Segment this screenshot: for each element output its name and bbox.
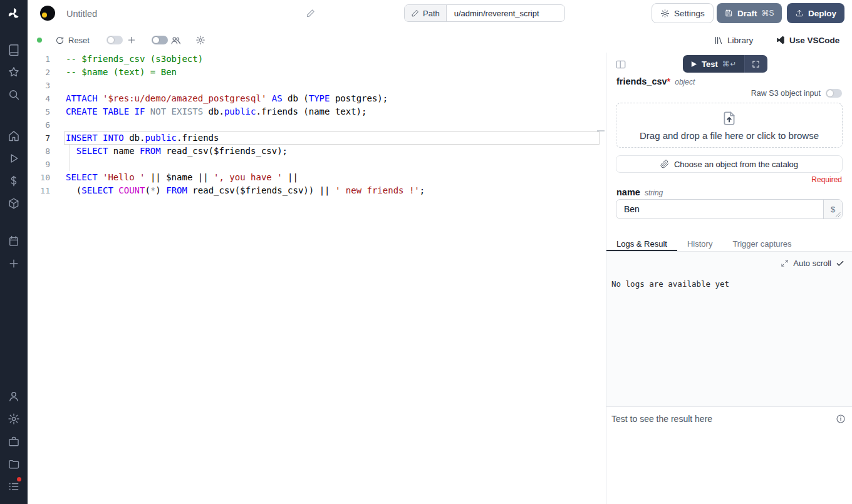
field-type: object (675, 78, 695, 86)
use-vscode-button[interactable]: Use VSCode (776, 28, 839, 53)
workspace-logo-icon[interactable] (40, 6, 55, 21)
test-shortcut: ⌘↵ (722, 59, 737, 68)
test-button[interactable]: Test ⌘↵ (683, 55, 744, 73)
field-name: friends_csv* (616, 76, 670, 86)
sidebar (0, 0, 28, 504)
logs-list-icon[interactable] (8, 480, 20, 493)
toggle-assistant[interactable] (152, 28, 168, 53)
folders-icon[interactable] (8, 458, 20, 470)
play-icon (690, 61, 697, 68)
code-line: ATTACH '$res:u/demo/amazed_postgresql' A… (56, 92, 388, 105)
file-dropzone[interactable]: Drag and drop a file here or click to br… (616, 103, 843, 148)
editor-line[interactable]: 6 (28, 118, 606, 131)
favorites-star-icon[interactable] (8, 66, 20, 78)
editor-line[interactable]: 4ATTACH '$res:u/demo/amazed_postgresql' … (28, 92, 606, 105)
workers-briefcase-icon[interactable] (8, 435, 20, 448)
fullscreen-test-button[interactable] (744, 55, 767, 73)
line-number: 1 (28, 53, 56, 66)
windmill-logo-icon[interactable] (6, 6, 21, 21)
info-icon[interactable] (836, 414, 846, 424)
code-line: -- $friends_csv (s3object) (56, 53, 203, 66)
draft-button[interactable]: Draft ⌘S (717, 3, 782, 23)
result-pane: Test to see the result here (606, 407, 852, 504)
editor-line[interactable]: 3 (28, 79, 606, 92)
editor-line[interactable]: 2-- $name (text) = Ben (28, 66, 606, 79)
path-edit-button[interactable]: Path (405, 5, 447, 21)
reset-button[interactable]: Reset (55, 28, 90, 53)
catalog-button-label: Choose an object from the catalog (674, 160, 798, 169)
edit-title-pencil-icon[interactable] (306, 9, 315, 18)
resize-handle[interactable] (835, 212, 841, 217)
field-friends-csv-label: friends_csv* object (616, 76, 695, 86)
line-number: 8 (28, 145, 56, 158)
toggle-switch[interactable] (152, 36, 168, 44)
home-icon[interactable] (8, 130, 20, 142)
runs-play-icon[interactable] (8, 152, 20, 165)
script-title-input[interactable]: Untitled (66, 0, 97, 28)
add-button[interactable] (127, 28, 137, 53)
path-group: Path u/admin/reverent_script (404, 4, 565, 22)
app-window: Untitled Path u/admin/reverent_script Se… (0, 0, 852, 504)
raw-s3-toggle-switch[interactable] (826, 89, 842, 98)
settings-button[interactable]: Settings (652, 3, 714, 23)
gear-icon (195, 35, 205, 45)
line-number: 7 (28, 131, 56, 145)
create-plus-icon[interactable] (8, 257, 20, 270)
editor-line[interactable]: 8 SELECT name FROM read_csv($friends_csv… (28, 145, 606, 158)
header: Untitled Path u/admin/reverent_script Se… (28, 0, 852, 28)
save-icon (724, 9, 733, 18)
schedules-calendar-icon[interactable] (8, 235, 20, 247)
variables-dollar-icon[interactable] (8, 175, 20, 187)
editor-line[interactable]: 7INSERT INTO db.public.friends (28, 131, 606, 145)
tab-history[interactable]: History (677, 237, 722, 251)
docs-book-icon[interactable] (8, 44, 20, 56)
required-asterisk: * (667, 76, 671, 86)
code-line (56, 118, 66, 131)
sync-status-dot (37, 38, 42, 43)
user-icon[interactable] (8, 390, 20, 403)
library-icon (714, 36, 724, 45)
code-line: CREATE TABLE IF NOT EXISTS db.public.fri… (56, 105, 366, 118)
search-icon[interactable] (8, 88, 20, 101)
tab-trigger-captures[interactable]: Trigger captures (722, 237, 801, 251)
path-value-input[interactable]: u/admin/reverent_script (447, 5, 564, 21)
editor-settings-button[interactable] (195, 28, 205, 53)
collapse-panel-columns-icon[interactable] (615, 59, 626, 70)
editor-line[interactable]: 9 (28, 158, 606, 171)
tab-logs-result[interactable]: Logs & Result (606, 237, 677, 251)
collaborators-button[interactable] (170, 28, 181, 53)
result-placeholder-text: Test to see the result here (611, 414, 712, 424)
test-panel: Test ⌘↵ friends_csv* object Raw S3 objec… (606, 53, 852, 504)
gear-icon (660, 9, 670, 18)
fullscreen-icon (752, 60, 760, 68)
settings-label: Settings (674, 9, 705, 18)
editor-line[interactable]: 1-- $friends_csv (s3object) (28, 53, 606, 66)
draft-label: Draft (737, 9, 757, 18)
deploy-button[interactable]: Deploy (787, 3, 844, 23)
editor-line[interactable]: 5CREATE TABLE IF NOT EXISTS db.public.fr… (28, 105, 606, 118)
required-note: Required (811, 175, 842, 184)
code-editor[interactable]: 1-- $friends_csv (s3object)2-- $name (te… (28, 53, 606, 504)
field-type: string (645, 188, 663, 197)
library-button[interactable]: Library (714, 28, 753, 53)
upload-icon (795, 9, 804, 18)
workspace-settings-gear-icon[interactable] (8, 413, 20, 425)
toggle-switch[interactable] (106, 36, 123, 44)
code-line: -- $name (text) = Ben (56, 66, 177, 79)
file-upload-icon (721, 110, 737, 126)
editor-line[interactable]: 11 (SELECT COUNT(*) FROM read_csv($frien… (28, 184, 606, 197)
name-input[interactable] (616, 200, 842, 219)
code-line: INSERT INTO db.public.friends (56, 131, 219, 145)
resources-cube-icon[interactable] (8, 197, 20, 210)
notification-badge (17, 477, 21, 481)
paperclip-icon (660, 160, 669, 168)
auto-scroll-control[interactable]: Auto scroll (781, 259, 844, 268)
toggle-diff-mode[interactable] (106, 28, 123, 53)
code-line (56, 158, 66, 171)
choose-catalog-object-button[interactable]: Choose an object from the catalog (616, 155, 843, 173)
maximize-icon (781, 259, 789, 267)
editor-line[interactable]: 10SELECT 'Hello ' || $name || ', you hav… (28, 171, 606, 184)
line-number: 3 (28, 79, 56, 92)
test-button-group: Test ⌘↵ (683, 55, 767, 73)
line-number: 5 (28, 105, 56, 118)
